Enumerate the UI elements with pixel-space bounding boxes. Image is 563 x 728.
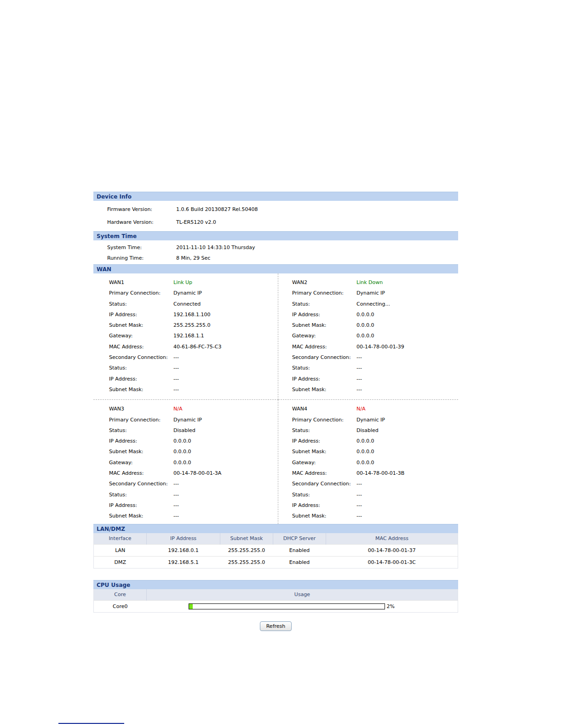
wan-detail-row: IP Address:--- [109, 374, 278, 384]
firmware-version-row: Firmware Version:1.0.6 Build 20130827 Re… [107, 203, 458, 216]
table-row-dmz: DMZ 192.168.5.1 255.255.255.0 Enabled 00… [94, 556, 458, 568]
wan-detail-row: MAC Address:00-14-78-00-01-3A [109, 468, 278, 478]
wan-field-label: IP Address: [292, 374, 356, 384]
wan-detail-row: IP Address:--- [292, 500, 458, 511]
section-header-cpu-usage: CPU Usage [93, 580, 458, 589]
wan-field-label: IP Address: [292, 500, 356, 511]
running-time-value: 8 Min, 29 Sec [176, 255, 210, 261]
wan-field-label: Primary Connection: [292, 415, 356, 425]
wan-detail-row: Secondary Connection:--- [109, 478, 278, 489]
wan-status-grid: WAN1Link Up Primary Connection:Dynamic I… [93, 273, 458, 524]
wan-field-value: --- [173, 352, 179, 363]
wan-field-label: Status: [292, 489, 356, 500]
refresh-button[interactable]: Refresh [260, 621, 292, 631]
hardware-version-row: Hardware Version:TL-ER5120 v2.0 [107, 216, 458, 229]
wan-detail-row: Secondary Connection:--- [292, 478, 458, 489]
wan-field-value: --- [356, 489, 362, 500]
cell-core-name: Core0 [94, 600, 147, 612]
wan-field-value: Disabled [173, 425, 195, 436]
wan-field-label: Subnet Mask: [109, 446, 173, 457]
wan-detail-row: Status:Disabled [292, 425, 458, 436]
wan-detail-row: Subnet Mask:--- [292, 511, 458, 521]
wan-detail-row: Subnet Mask:--- [109, 511, 278, 521]
wan-field-value: --- [356, 374, 362, 384]
wan-field-value: Connected [173, 299, 201, 309]
hardware-version-label: Hardware Version: [107, 216, 176, 229]
table-row-lan: LAN 192.168.0.1 255.255.255.0 Enabled 00… [94, 544, 458, 556]
wan-field-label: Status: [292, 299, 356, 309]
system-time-label: System Time: [107, 242, 176, 253]
wan-field-value: --- [356, 384, 362, 395]
section-title: LAN/DMZ [97, 526, 125, 532]
wan-field-label: IP Address: [109, 500, 173, 511]
wan-detail-row: Subnet Mask:0.0.0.0 [292, 320, 458, 330]
lan-dmz-header-row: Interface IP Address Subnet Mask DHCP Se… [94, 533, 458, 545]
wan-link-status: N/A [356, 404, 365, 414]
wan-title-row: WAN2Link Down [292, 277, 458, 288]
section-title: Device Info [97, 193, 132, 200]
wan-field-label: IP Address: [109, 374, 173, 384]
cell-mac-address: 00-14-78-00-01-3C [326, 556, 458, 568]
col-header-core: Core [94, 589, 147, 601]
wan-field-value: Dynamic IP [356, 415, 385, 425]
system-time-value: 2011-11-10 14:33:10 Thursday [176, 245, 255, 250]
wan-detail-row: Gateway:192.168.1.1 [109, 330, 278, 341]
wan-detail-row: IP Address:0.0.0.0 [109, 436, 278, 446]
hardware-version-value: TL-ER5120 v2.0 [176, 219, 216, 225]
system-time-row: System Time:2011-11-10 14:33:10 Thursday [107, 242, 458, 253]
wan-field-value: Dynamic IP [173, 288, 202, 298]
cpu-usage-bar-track [189, 603, 385, 609]
router-status-page: Device Info Firmware Version:1.0.6 Build… [93, 192, 458, 631]
wan-field-value: 40-61-86-FC-75-C3 [173, 341, 222, 352]
wan-detail-row: IP Address:0.0.0.0 [292, 309, 458, 320]
wan-field-value: 192.168.1.1 [173, 330, 204, 341]
system-time-section: System Time:2011-11-10 14:33:10 Thursday… [93, 240, 458, 264]
wan-field-label: Subnet Mask: [109, 384, 173, 395]
wan-field-value: --- [173, 489, 179, 500]
device-info-section: Firmware Version:1.0.6 Build 20130827 Re… [93, 201, 458, 231]
wan-field-value: 0.0.0.0 [173, 436, 191, 446]
wan-detail-row: Gateway:0.0.0.0 [109, 457, 278, 468]
firmware-version-label: Firmware Version: [107, 203, 176, 216]
wan-detail-row: Primary Connection:Dynamic IP [109, 288, 278, 298]
wan-field-value: Dynamic IP [173, 415, 202, 425]
wan-field-label: MAC Address: [109, 341, 173, 352]
cell-subnet-mask: 255.255.255.0 [220, 544, 273, 556]
wan-detail-row: IP Address:--- [292, 374, 458, 384]
wan-field-value: --- [173, 478, 179, 489]
wan-detail-row: Subnet Mask:0.0.0.0 [292, 446, 458, 457]
cell-dhcp-server: Enabled [273, 544, 326, 556]
wan-detail-row: Primary Connection:Dynamic IP [292, 415, 458, 425]
cpu-usage-table: Core Usage Core0 2% [93, 589, 458, 613]
page-bottom-line [58, 723, 124, 724]
wan-field-value: --- [173, 374, 179, 384]
wan-field-label: IP Address: [109, 436, 173, 446]
section-title: WAN [97, 266, 111, 273]
wan-field-label: Secondary Connection: [292, 478, 356, 489]
wan-field-label: IP Address: [292, 309, 356, 320]
wan-field-label: Gateway: [109, 457, 173, 468]
cell-core-usage: 2% [147, 600, 458, 612]
section-title: System Time [97, 233, 137, 239]
wan-field-label: Subnet Mask: [292, 384, 356, 395]
col-header-interface: Interface [94, 533, 147, 545]
wan-field-value: 0.0.0.0 [356, 457, 374, 468]
wan-field-value: Disabled [356, 425, 379, 436]
wan-detail-row: Subnet Mask:0.0.0.0 [109, 446, 278, 457]
wan-title-row: WAN3N/A [109, 404, 278, 414]
wan-detail-row: Gateway:0.0.0.0 [292, 330, 458, 341]
wan-detail-row: Gateway:0.0.0.0 [292, 457, 458, 468]
wan-field-label: Gateway: [109, 330, 173, 341]
wan-detail-row: IP Address:0.0.0.0 [292, 436, 458, 446]
section-header-wan: WAN [93, 264, 458, 273]
wan-field-value: 0.0.0.0 [356, 320, 374, 330]
wan-field-label: Subnet Mask: [292, 446, 356, 457]
wan-field-value: --- [356, 511, 362, 521]
wan4-block: WAN4N/A Primary Connection:Dynamic IP St… [278, 400, 458, 523]
wan-detail-row: Status:--- [109, 489, 278, 500]
wan-field-label: Secondary Connection: [292, 352, 356, 363]
lan-dmz-table: Interface IP Address Subnet Mask DHCP Se… [93, 533, 458, 569]
wan-detail-row: MAC Address:00-14-78-00-01-3B [292, 468, 458, 478]
cell-mac-address: 00-14-78-00-01-37 [326, 544, 458, 556]
wan-title-row: WAN4N/A [292, 404, 458, 414]
